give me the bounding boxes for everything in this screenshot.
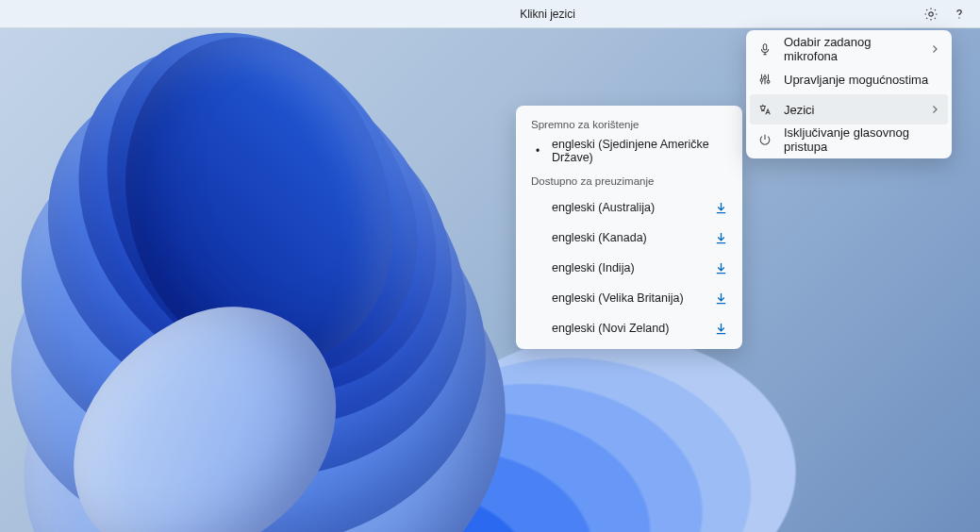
sliders-icon	[757, 72, 772, 87]
language-label: engleski (Sjedinjene Američke Države)	[552, 138, 729, 164]
language-item-download[interactable]: engleski (Novi Zeland)	[520, 313, 739, 343]
language-label: engleski (Australija)	[552, 201, 703, 214]
language-label: engleski (Velika Britanija)	[552, 291, 703, 305]
language-icon	[757, 102, 772, 117]
download-icon[interactable]	[712, 229, 729, 246]
svg-point-1	[958, 17, 959, 18]
menu-item-microphone[interactable]: Odabir zadanog mikrofona	[750, 34, 948, 64]
topbar-actions	[918, 3, 972, 25]
menu-item-label: Upravljanje mogućnostima	[784, 73, 940, 87]
svg-point-0	[929, 11, 933, 15]
language-label: engleski (Kanada)	[552, 231, 703, 244]
language-item-download[interactable]: engleski (Velika Britanija)	[520, 283, 739, 313]
language-label: engleski (Indija)	[552, 261, 703, 274]
download-icon[interactable]	[712, 259, 729, 276]
svg-rect-2	[763, 44, 767, 50]
menu-item-turnoff[interactable]: Isključivanje glasovnog pristupa	[750, 125, 948, 155]
chevron-right-icon	[929, 44, 940, 54]
language-item-download[interactable]: engleski (Kanada)	[520, 223, 739, 253]
language-item-download[interactable]: engleski (Indija)	[520, 253, 739, 283]
menu-item-languages[interactable]: Jezici	[750, 94, 948, 125]
gear-icon	[923, 7, 938, 22]
menu-item-capabilities[interactable]: Upravljanje mogućnostima	[750, 64, 948, 94]
svg-point-3	[760, 78, 763, 81]
ready-section-header: Spremno za korištenje	[520, 115, 739, 136]
help-button[interactable]	[946, 3, 972, 25]
language-item-download[interactable]: engleski (Australija)	[520, 192, 739, 223]
download-icon[interactable]	[712, 290, 729, 307]
selected-bullet-icon: •	[533, 144, 542, 158]
help-icon	[952, 7, 967, 22]
chevron-right-icon	[929, 105, 940, 114]
svg-point-5	[767, 80, 770, 83]
settings-menu: Odabir zadanog mikrofona Upravljanje mog…	[746, 30, 952, 158]
svg-point-4	[764, 76, 767, 79]
voice-access-topbar: Klikni jezici	[0, 0, 980, 28]
microphone-icon	[757, 42, 772, 57]
settings-button[interactable]	[918, 3, 944, 25]
menu-item-label: Jezici	[784, 103, 918, 117]
menu-item-label: Isključivanje glasovnog pristupa	[784, 125, 940, 154]
topbar-title: Klikni jezici	[8, 8, 918, 21]
available-section-header: Dostupno za preuzimanje	[520, 172, 739, 192]
download-icon[interactable]	[712, 320, 729, 337]
menu-item-label: Odabir zadanog mikrofona	[784, 35, 918, 63]
power-icon	[757, 132, 772, 147]
language-item-ready[interactable]: • engleski (Sjedinjene Američke Države)	[520, 136, 739, 166]
language-label: engleski (Novi Zeland)	[552, 322, 703, 335]
download-icon[interactable]	[712, 199, 729, 216]
languages-panel: Spremno za korištenje • engleski (Sjedin…	[516, 106, 742, 349]
